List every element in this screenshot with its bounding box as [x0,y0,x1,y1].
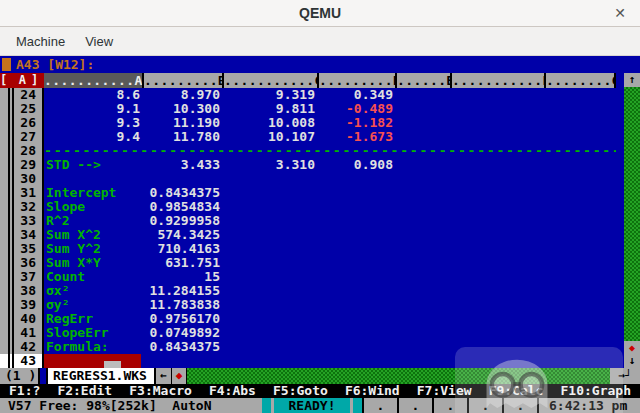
scroll-down-icon[interactable]: ↓ [624,354,640,368]
cell[interactable] [319,340,397,354]
cell[interactable] [319,228,397,242]
column-header-F[interactable]: ...........F [452,73,546,88]
cell[interactable] [319,284,397,298]
cell[interactable]: 10.300 [144,102,224,116]
cell[interactable]: 9.811 [224,102,319,116]
vertical-scrollbar[interactable]: ↑ ◆ ↓ [624,73,640,368]
horizontal-scrollbar-thumb-icon[interactable]: ◆ [172,368,187,384]
row-number-43[interactable]: 43 [0,354,44,368]
row-number-27[interactable]: 27 [0,130,44,144]
cell[interactable] [224,326,319,340]
cell[interactable]: 15 [144,270,224,284]
row-number-34[interactable]: 34 [0,228,44,242]
row-number-40[interactable]: 40 [0,312,44,326]
fkey-f3[interactable]: F3:Macro [129,384,192,398]
cell-label[interactable]: RegErr [44,312,144,326]
menu-item-machine[interactable]: Machine [8,31,73,52]
cell[interactable] [224,340,319,354]
cell[interactable]: -0.489 [319,102,397,116]
cell[interactable]: 8.6 [44,88,144,102]
vertical-scrollbar-track[interactable] [624,87,640,341]
row-number-33[interactable]: 33 [0,214,44,228]
cell[interactable] [319,298,397,312]
cell[interactable] [319,312,397,326]
cell[interactable]: 10.008 [224,116,319,130]
cell[interactable]: 0.349 [319,88,397,102]
row-number-39[interactable]: 39 [0,298,44,312]
cell[interactable]: 11.284155 [144,284,224,298]
cell[interactable] [319,214,397,228]
row-number-26[interactable]: 26 [0,116,44,130]
worksheet-filename-tab[interactable]: REGRESS1.WKS [48,368,156,384]
cell[interactable] [224,214,319,228]
cell[interactable]: 574.3425 [144,228,224,242]
cell[interactable] [224,200,319,214]
cell[interactable] [224,284,319,298]
row-number-38[interactable]: 38 [0,284,44,298]
cell[interactable]: 0.8434375 [144,186,224,200]
cell-label[interactable]: Sum X*Y [44,256,144,270]
cell[interactable]: 9.1 [44,102,144,116]
cell-label[interactable]: R^2 [44,214,144,228]
column-header-G[interactable]: ........G [546,73,616,88]
cell[interactable]: 0.0749892 [144,326,224,340]
cell[interactable] [224,186,319,200]
fkey-f6[interactable]: F6:Wind [345,384,400,398]
cell-cursor[interactable] [44,354,141,368]
cell[interactable] [319,326,397,340]
cell[interactable] [224,256,319,270]
cell-label[interactable]: σy² [44,298,144,312]
cell[interactable] [319,242,397,256]
cell[interactable] [224,312,319,326]
cell[interactable]: 11.190 [144,116,224,130]
row-number-29[interactable]: 29 [0,158,44,172]
cell[interactable]: 3.433 [144,158,224,172]
vertical-scrollbar-thumb-icon[interactable]: ◆ [624,341,640,354]
fkey-f4[interactable]: F4:Abs [209,384,256,398]
cell[interactable] [224,228,319,242]
cell-label[interactable]: STD --> [44,158,144,172]
row-number-25[interactable]: 25 [0,102,44,116]
column-header-E[interactable]: ......E [397,73,452,88]
cell[interactable]: 9.3 [44,116,144,130]
cell[interactable]: 11.780 [144,130,224,144]
cell[interactable] [319,200,397,214]
cell[interactable] [319,256,397,270]
cell[interactable] [224,242,319,256]
cell[interactable]: 9.4 [44,130,144,144]
row-number-42[interactable]: 42 [0,340,44,354]
cell-label[interactable]: Sum X^2 [44,228,144,242]
cell[interactable] [224,270,319,284]
row-number-37[interactable]: 37 [0,270,44,284]
cell[interactable]: 0.9299958 [144,214,224,228]
cell[interactable]: 0.9756170 [144,312,224,326]
close-icon[interactable]: ✕ [610,3,630,23]
column-header-A[interactable]: ...........A [44,73,144,88]
cell-label[interactable]: Intercept [44,186,144,200]
cell[interactable]: 3.310 [224,158,319,172]
row-number-41[interactable]: 41 [0,326,44,340]
cell[interactable]: 0.908 [319,158,397,172]
scroll-left-icon[interactable]: ← [156,368,172,384]
cell[interactable] [224,298,319,312]
cell-label[interactable]: Count [44,270,144,284]
fkey-f1[interactable]: F1:? [9,384,40,398]
cell[interactable]: 0.9854834 [144,200,224,214]
cell[interactable]: 631.751 [144,256,224,270]
cell[interactable]: -1.673 [319,130,397,144]
row-number-24[interactable]: 24 [0,88,44,102]
cell[interactable] [319,186,397,200]
cell-label[interactable]: SlopeErr [44,326,144,340]
cell-label[interactable]: Slope [44,200,144,214]
cell[interactable]: 0.8434375 [144,340,224,354]
column-header-C[interactable]: ...........C [224,73,319,88]
cell[interactable]: 8.970 [144,88,224,102]
sheet-number-tab[interactable]: (1 ) [0,368,38,384]
cell-label[interactable]: σx² [44,284,144,298]
cell[interactable]: 9.319 [224,88,319,102]
fkey-f5[interactable]: F5:Goto [273,384,328,398]
fkey-f2[interactable]: F2:Edit [57,384,112,398]
menu-item-view[interactable]: View [77,31,121,52]
row-number-30[interactable]: 30 [0,172,44,186]
cell-label[interactable]: Sum Y^2 [44,242,144,256]
